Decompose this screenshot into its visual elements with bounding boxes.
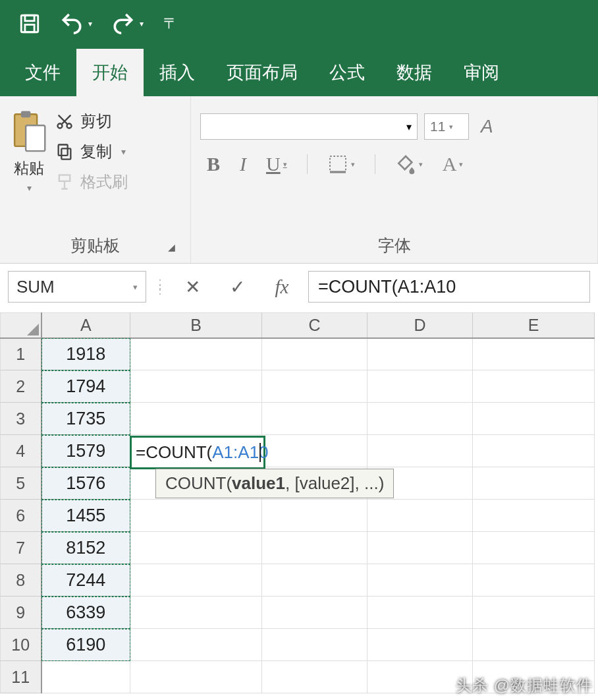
row-header[interactable]: 10 (1, 629, 41, 661)
tab-file[interactable]: 文件 (9, 49, 76, 96)
column-header[interactable]: B (130, 313, 262, 338)
cell[interactable] (262, 661, 367, 693)
name-box[interactable]: SUM ▾ (8, 271, 146, 303)
cell[interactable]: 6339 (41, 597, 130, 629)
tab-data[interactable]: 数据 (381, 49, 448, 96)
italic-button[interactable]: I (240, 153, 246, 175)
cell[interactable] (130, 661, 262, 693)
tab-review[interactable]: 审阅 (448, 49, 515, 96)
row-header[interactable]: 11 (1, 661, 41, 693)
cell[interactable] (473, 467, 595, 500)
underline-button[interactable]: U▾ (266, 153, 287, 175)
column-header[interactable]: A (41, 313, 130, 338)
formula-input[interactable]: =COUNT(A1:A10 (308, 271, 590, 303)
cell[interactable] (130, 403, 262, 435)
insert-function-button[interactable]: fx (263, 272, 300, 301)
column-header[interactable]: E (473, 313, 595, 338)
row-header[interactable]: 8 (1, 564, 41, 597)
redo-button[interactable]: ▾ (112, 13, 144, 35)
cell[interactable] (473, 629, 595, 661)
cell[interactable]: 6190 (41, 629, 130, 661)
qat-customize-button[interactable]: 〒 (163, 14, 178, 34)
cell[interactable]: 1735 (41, 403, 130, 435)
resize-handle-icon[interactable]: ⋮⋮ (154, 281, 166, 292)
cell[interactable]: 1576 (41, 467, 130, 500)
undo-button[interactable]: ▾ (61, 13, 92, 35)
font-family-select[interactable]: ▾ (200, 113, 418, 140)
column-header[interactable]: D (367, 313, 473, 338)
copy-button[interactable]: 复制 ▾ (55, 141, 128, 162)
select-all-corner[interactable] (1, 313, 41, 338)
format-painter-button[interactable]: 格式刷 (55, 171, 128, 192)
font-size-select[interactable]: 11▾ (424, 113, 469, 140)
cell[interactable] (262, 564, 367, 597)
cell[interactable] (262, 629, 367, 661)
cell[interactable]: 1579 (41, 435, 130, 467)
cell[interactable] (262, 500, 367, 532)
row-header[interactable]: 7 (1, 532, 41, 564)
cell[interactable] (130, 500, 262, 532)
cell[interactable] (473, 564, 595, 597)
cell[interactable] (473, 597, 595, 629)
fill-color-button[interactable]: ▾ (395, 154, 423, 175)
cell[interactable]: 1455 (41, 500, 130, 532)
tab-insert[interactable]: 插入 (144, 49, 211, 96)
cancel-formula-button[interactable]: ✕ (174, 272, 211, 301)
cell[interactable] (130, 564, 262, 597)
cell[interactable] (367, 629, 473, 661)
chevron-down-icon[interactable]: ▾ (133, 282, 138, 292)
paste-button[interactable]: 粘贴 ▾ (9, 109, 49, 193)
row-header[interactable]: 9 (1, 597, 41, 629)
cell[interactable] (262, 435, 367, 467)
cell[interactable] (473, 532, 595, 564)
cell[interactable] (262, 532, 367, 564)
cell[interactable] (473, 338, 595, 370)
cell[interactable]: 1918 (41, 338, 130, 370)
cell[interactable] (367, 500, 473, 532)
cell[interactable] (262, 597, 367, 629)
active-cell-editor[interactable]: =COUNT(A1:A10 (130, 436, 265, 469)
cell[interactable]: 1794 (41, 370, 130, 403)
tab-layout[interactable]: 页面布局 (211, 49, 313, 96)
row-header[interactable]: 5 (1, 467, 41, 500)
cell[interactable] (262, 338, 367, 370)
cell[interactable] (130, 532, 262, 564)
copy-dropdown-icon[interactable]: ▾ (121, 146, 126, 157)
cell[interactable] (473, 435, 595, 467)
tab-home[interactable]: 开始 (76, 49, 144, 96)
paste-dropdown-icon[interactable]: ▾ (27, 183, 32, 193)
spreadsheet-grid[interactable]: A B C D E 119182179431735415795157661455… (0, 312, 598, 693)
tab-formulas[interactable]: 公式 (313, 49, 381, 96)
cell[interactable] (367, 338, 473, 370)
column-header[interactable]: C (262, 313, 367, 338)
row-header[interactable]: 2 (1, 370, 41, 403)
row-header[interactable]: 3 (1, 403, 41, 435)
cell[interactable] (130, 597, 262, 629)
redo-dropdown-icon[interactable]: ▾ (140, 19, 144, 28)
cell[interactable] (367, 532, 473, 564)
increase-font-icon[interactable]: A (481, 116, 493, 137)
enter-formula-button[interactable]: ✓ (219, 272, 256, 301)
save-button[interactable] (18, 13, 41, 35)
cell[interactable] (41, 661, 130, 693)
row-header[interactable]: 1 (1, 338, 41, 370)
cell[interactable]: 7244 (41, 564, 130, 597)
row-header[interactable]: 6 (1, 500, 41, 532)
cell[interactable]: 8152 (41, 532, 130, 564)
cell[interactable] (367, 370, 473, 403)
cell[interactable] (367, 564, 473, 597)
cell[interactable] (262, 403, 367, 435)
cell[interactable] (367, 597, 473, 629)
font-color-button[interactable]: A▾ (443, 153, 464, 175)
cell[interactable] (473, 370, 595, 403)
cell[interactable] (367, 403, 473, 435)
cut-button[interactable]: 剪切 (55, 111, 128, 132)
bold-button[interactable]: B (207, 153, 220, 175)
cell[interactable] (262, 370, 367, 403)
cell[interactable] (473, 403, 595, 435)
cell[interactable] (367, 435, 473, 467)
borders-button[interactable]: ▾ (327, 154, 355, 175)
row-header[interactable]: 4 (1, 435, 41, 467)
cell[interactable] (130, 629, 262, 661)
cell[interactable] (473, 500, 595, 532)
